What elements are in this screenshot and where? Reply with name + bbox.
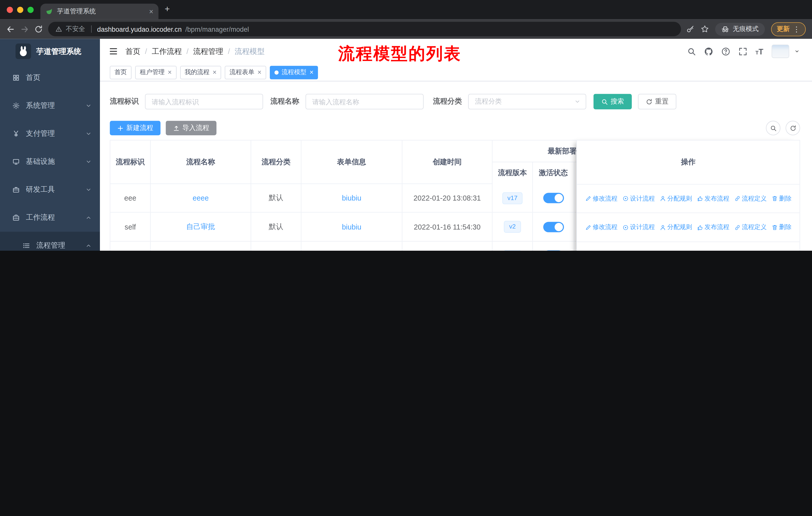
process-name-input[interactable] bbox=[306, 94, 424, 109]
close-icon[interactable]: × bbox=[310, 69, 314, 76]
font-size-icon[interactable]: TT bbox=[755, 47, 763, 55]
version-badge[interactable]: v2 bbox=[504, 221, 521, 233]
sidebar-item-devtools[interactable]: 研发工具 bbox=[0, 175, 100, 203]
new-tab-button[interactable]: + bbox=[165, 5, 170, 13]
table-toolbar: 新建流程 导入流程 bbox=[110, 121, 800, 135]
version-badge[interactable]: v5 bbox=[504, 250, 521, 251]
close-icon[interactable]: × bbox=[258, 69, 262, 76]
tag-home[interactable]: 首页 bbox=[110, 65, 132, 79]
sidebar-item-workflow[interactable]: 工作流程 bbox=[0, 204, 100, 232]
list-icon bbox=[23, 242, 30, 249]
tag-tenant[interactable]: 租户管理× bbox=[135, 65, 176, 79]
created-time: 2022-01-20 13:08:31 bbox=[413, 194, 481, 202]
menu-kebab-icon[interactable]: ⋮ bbox=[793, 25, 800, 33]
red-annotation-text: 流程模型的列表 bbox=[338, 43, 461, 65]
monitor-icon bbox=[12, 158, 20, 166]
process-name-link[interactable]: 自己审批 bbox=[186, 222, 215, 232]
forward-icon[interactable] bbox=[20, 25, 29, 33]
sidebar-item-process-mgmt[interactable]: 流程管理 bbox=[0, 232, 100, 251]
op-assign-rule-link[interactable]: 分配规则 bbox=[660, 194, 692, 203]
sidebar-fold-icon[interactable] bbox=[109, 47, 118, 56]
security-label[interactable]: 不安全 bbox=[66, 25, 85, 33]
breadcrumb-home[interactable]: 首页 bbox=[125, 46, 141, 56]
tag-process-model[interactable]: 流程模型× bbox=[269, 65, 318, 79]
op-delete-link[interactable]: 删除 bbox=[771, 194, 791, 203]
category-label: 流程分类 bbox=[433, 97, 462, 106]
toolbox-icon bbox=[12, 186, 20, 193]
active-toggle[interactable] bbox=[543, 222, 563, 232]
back-icon[interactable] bbox=[6, 25, 15, 33]
import-process-button[interactable]: 导入流程 bbox=[166, 121, 216, 135]
close-icon[interactable]: × bbox=[213, 69, 217, 76]
process-key: eee bbox=[124, 194, 136, 202]
op-design-link[interactable]: 设计流程 bbox=[622, 194, 655, 203]
app-logo[interactable]: 芋道管理系统 bbox=[0, 39, 100, 64]
design-icon bbox=[622, 195, 629, 202]
github-icon[interactable] bbox=[704, 47, 713, 56]
incognito-badge[interactable]: 无痕模式 bbox=[715, 22, 765, 35]
avatar-caret-icon[interactable] bbox=[794, 49, 800, 54]
reset-button[interactable]: 重置 bbox=[638, 94, 676, 109]
col-name: 流程名称 bbox=[151, 141, 251, 184]
op-edit-link[interactable]: 修改流程 bbox=[585, 194, 618, 203]
close-window-button[interactable] bbox=[7, 6, 13, 13]
help-icon[interactable] bbox=[721, 47, 730, 56]
active-toggle[interactable] bbox=[543, 193, 563, 203]
form-info-link[interactable]: biubiu bbox=[342, 194, 361, 202]
search-icon[interactable] bbox=[687, 47, 696, 56]
sidebar-item-home[interactable]: 首页 bbox=[0, 64, 100, 92]
logo-avatar bbox=[16, 44, 31, 59]
bookmark-star-icon[interactable] bbox=[701, 25, 709, 33]
user-avatar[interactable] bbox=[772, 45, 789, 58]
op-publish-link[interactable]: 发布流程 bbox=[697, 223, 729, 232]
op-definition-link[interactable]: 流程定义 bbox=[734, 223, 767, 232]
op-assign-rule-link[interactable]: 分配规则 bbox=[660, 223, 692, 232]
toggle-knob bbox=[554, 223, 562, 231]
op-edit-link[interactable]: 修改流程 bbox=[585, 223, 618, 232]
edit-icon bbox=[585, 224, 591, 230]
tag-my-process[interactable]: 我的流程× bbox=[180, 65, 221, 79]
toggle-knob bbox=[554, 194, 562, 202]
password-key-icon[interactable] bbox=[686, 25, 694, 33]
tag-process-form[interactable]: 流程表单× bbox=[225, 65, 266, 79]
sidebar-item-infra[interactable]: 基础设施 bbox=[0, 147, 100, 175]
process-name-link[interactable]: eeee bbox=[193, 194, 209, 202]
col-active: 激活状态 bbox=[533, 162, 574, 184]
create-process-button[interactable]: 新建流程 bbox=[110, 121, 161, 135]
sidebar: 芋道管理系统 首页 系统管理 支付管理 基础设施 bbox=[0, 39, 100, 251]
refresh-table-button[interactable] bbox=[786, 121, 800, 135]
breadcrumb: 首页 / 工作流程 / 流程管理 / 流程模型 bbox=[125, 46, 265, 56]
address-bar[interactable]: 不安全 dashboard.yudao.iocoder.cn/bpm/manag… bbox=[48, 22, 681, 36]
col-form: 表单信息 bbox=[301, 141, 402, 184]
zoom-window-button[interactable] bbox=[27, 6, 34, 13]
trash-icon bbox=[771, 224, 778, 230]
close-icon[interactable]: × bbox=[168, 69, 172, 76]
breadcrumb-process-mgmt[interactable]: 流程管理 bbox=[193, 46, 223, 56]
toggle-search-button[interactable] bbox=[766, 121, 781, 135]
link-icon bbox=[734, 195, 740, 202]
op-definition-link[interactable]: 流程定义 bbox=[734, 194, 767, 203]
sidebar-item-system[interactable]: 系统管理 bbox=[0, 92, 100, 120]
bunny-logo-icon bbox=[18, 46, 29, 57]
minimize-window-button[interactable] bbox=[17, 6, 23, 13]
search-button[interactable]: 搜索 bbox=[593, 94, 632, 109]
browser-tab[interactable]: 芋道管理系统 × bbox=[40, 3, 158, 19]
op-publish-link[interactable]: 发布流程 bbox=[697, 194, 729, 203]
reload-icon[interactable] bbox=[34, 25, 43, 33]
form-info-link[interactable]: biubiu bbox=[342, 223, 361, 231]
version-badge[interactable]: v17 bbox=[502, 192, 523, 204]
chevron-down-icon bbox=[85, 187, 92, 193]
browser-update-button[interactable]: 更新 ⋮ bbox=[771, 22, 806, 36]
active-toggle[interactable] bbox=[543, 250, 563, 251]
sidebar-item-payment[interactable]: 支付管理 bbox=[0, 120, 100, 147]
tab-close-icon[interactable]: × bbox=[149, 8, 153, 15]
process-key-input[interactable] bbox=[145, 94, 263, 109]
fullscreen-icon[interactable] bbox=[738, 47, 747, 56]
op-design-link[interactable]: 设计流程 bbox=[622, 223, 655, 232]
col-created: 创建时间 bbox=[403, 141, 493, 184]
op-delete-link[interactable]: 删除 bbox=[771, 223, 791, 232]
breadcrumb-workflow[interactable]: 工作流程 bbox=[152, 46, 182, 56]
link-icon bbox=[734, 224, 740, 230]
category-select[interactable]: 流程分类 bbox=[468, 94, 586, 109]
url-host: dashboard.yudao.iocoder.cn bbox=[97, 25, 182, 33]
